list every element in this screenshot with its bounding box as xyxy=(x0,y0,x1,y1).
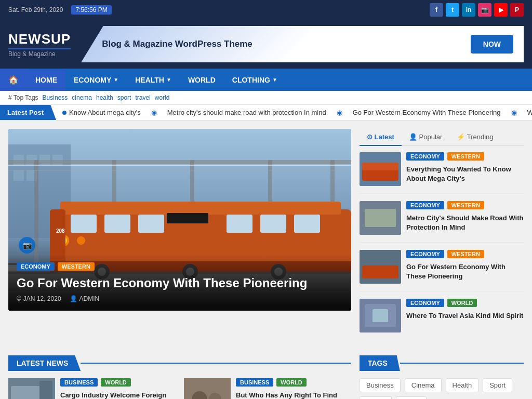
nav-item-economy[interactable]: ECONOMY ▼ xyxy=(65,70,127,90)
featured-image[interactable]: 208 📷 ECONOMY WESTERN Go xyxy=(8,129,351,311)
svg-rect-24 xyxy=(227,215,252,233)
camera-icon: 📷 xyxy=(19,237,35,254)
news-item-1: BUSINESS WORLD Cargo Industry Welcome Fo… xyxy=(8,378,176,399)
tag-btn-world[interactable]: World xyxy=(396,396,427,399)
svg-rect-45 xyxy=(365,209,396,227)
tags-bar: # Top Tags Business cinema health sport … xyxy=(0,91,532,105)
sidebar-title-1[interactable]: Everything You Wanted To Know About Mega… xyxy=(406,165,524,183)
sidebar-badge-western-1: WESTERN xyxy=(447,152,484,161)
tab-latest[interactable]: ⊙ Latest xyxy=(360,129,402,146)
news-item-2: BUSINESS WORLD But Who Has Any Right To … xyxy=(184,378,351,399)
facebook-icon[interactable]: f xyxy=(430,3,443,17)
tag-btn-health[interactable]: Health xyxy=(446,378,479,392)
youtube-icon[interactable]: ▶ xyxy=(494,3,508,17)
tag-cinema[interactable]: cinema xyxy=(72,94,92,101)
svg-rect-47 xyxy=(362,265,398,278)
sidebar-article-2: ECONOMY WESTERN Metro City's Should Make… xyxy=(360,201,524,243)
sidebar-badge-western-3: WESTERN xyxy=(447,250,484,258)
featured-overlay: ECONOMY WESTERN Go For Western Economy W… xyxy=(8,254,351,311)
sidebar-thumb-1 xyxy=(360,152,401,186)
ticker-item-1[interactable]: Know About mega city's xyxy=(62,109,141,116)
bottom-content: LATEST NEWS BUSINESS WORLD Cargo Industr… xyxy=(0,355,532,399)
nav-item-world[interactable]: WORLD xyxy=(180,70,224,90)
latest-news-header: LATEST NEWS xyxy=(8,355,351,371)
pinterest-icon[interactable]: P xyxy=(510,3,524,17)
date-display: Sat. Feb 29th, 2020 xyxy=(8,6,63,14)
sidebar-title-3[interactable]: Go For Western Economy With These Pionee… xyxy=(406,262,524,281)
svg-text:208: 208 xyxy=(56,228,65,234)
news-badges-1: BUSINESS WORLD xyxy=(60,378,176,387)
news-badge-business-1: BUSINESS xyxy=(60,378,98,387)
news-grid: BUSINESS WORLD Cargo Industry Welcome Fo… xyxy=(8,378,351,399)
news-thumb-2 xyxy=(184,378,231,399)
sidebar-article-content-1: ECONOMY WESTERN Everything You Wanted To… xyxy=(406,152,524,186)
news-badges-2: BUSINESS WORLD xyxy=(236,378,351,387)
badge-economy: ECONOMY xyxy=(17,262,55,271)
tags-section-line xyxy=(400,363,524,364)
banner-text: Blog & Magazine WordPress Theme xyxy=(91,39,252,49)
tag-btn-business[interactable]: Business xyxy=(360,378,401,392)
linkedin-icon[interactable]: in xyxy=(462,3,475,17)
svg-rect-23 xyxy=(167,213,208,223)
tab-trending[interactable]: ⚡ Trending xyxy=(449,129,500,146)
instagram-icon[interactable]: 📷 xyxy=(478,3,491,17)
tags-section: TAGS Business Cinema Health Sport Travel… xyxy=(360,355,524,399)
tag-btn-travel[interactable]: Travel xyxy=(360,396,392,399)
logo-subtitle: Blog & Magazine xyxy=(8,50,71,58)
sidebar-title-4[interactable]: Where To Travel Asia Kind Mid Spirit xyxy=(406,311,524,321)
latest-news-area: LATEST NEWS BUSINESS WORLD Cargo Industr… xyxy=(8,355,351,399)
svg-rect-26 xyxy=(294,215,320,233)
featured-title[interactable]: Go For Western Economy With These Pionee… xyxy=(17,275,343,291)
ticker-item-2[interactable]: Metro city's should make road with prote… xyxy=(167,109,326,116)
top-bar: Sat. Feb 29th, 2020 7:56:56 PM f t in 📷 … xyxy=(0,0,532,20)
sidebar-badges-1: ECONOMY WESTERN xyxy=(406,152,524,161)
news-title-1[interactable]: Cargo Industry Welcome Foreign Investmen… xyxy=(60,391,176,399)
latest-news-title: LATEST NEWS xyxy=(8,355,81,371)
svg-rect-6 xyxy=(14,170,24,181)
nav-item-clothing[interactable]: CLOTHING ▼ xyxy=(224,70,286,90)
latest-news-line xyxy=(81,363,351,364)
logo-area: NEWSUP Blog & Magazine xyxy=(8,31,71,58)
nav-item-health[interactable]: HEALTH ▼ xyxy=(127,70,180,90)
news-item-content-1: BUSINESS WORLD Cargo Industry Welcome Fo… xyxy=(60,378,176,399)
tag-btn-cinema[interactable]: Cinema xyxy=(405,378,442,392)
ticker-item-4[interactable]: Wh... xyxy=(527,109,532,116)
sidebar-article-content-4: ECONOMY WORLD Where To Travel Asia Kind … xyxy=(406,299,524,332)
news-title-2[interactable]: But Who Has Any Right To Find xyxy=(236,391,351,399)
sidebar: ⊙ Latest 👤 Popular ⚡ Trending ECONOMY WE… xyxy=(360,129,524,347)
tag-health[interactable]: health xyxy=(96,94,113,101)
svg-rect-19 xyxy=(60,202,341,215)
ticker-item-3[interactable]: Go For Western Economy With These Pionee… xyxy=(353,109,501,116)
svg-rect-8 xyxy=(8,160,351,164)
svg-rect-53 xyxy=(39,381,52,399)
sidebar-badge-economy-2: ECONOMY xyxy=(406,201,444,209)
time-display: 7:56:56 PM xyxy=(71,5,111,15)
logo-title[interactable]: NEWSUP xyxy=(8,31,71,49)
nav-home-icon[interactable]: 🏠 xyxy=(0,69,27,91)
tag-business[interactable]: Business xyxy=(43,94,68,101)
news-badge-business-2: BUSINESS xyxy=(236,378,273,387)
twitter-icon[interactable]: t xyxy=(446,3,459,17)
news-badge-world-2: WORLD xyxy=(276,378,307,387)
banner-button[interactable]: NOW xyxy=(471,35,513,54)
tags-section-header: TAGS xyxy=(360,355,524,371)
svg-rect-22 xyxy=(138,215,164,233)
nav-bar: 🏠 HOME ECONOMY ▼ HEALTH ▼ WORLD CLOTHING… xyxy=(0,69,532,91)
tag-btn-sport[interactable]: Sport xyxy=(483,378,512,392)
social-icons-bar: f t in 📷 ▶ P xyxy=(430,3,524,17)
news-card-2: BUSINESS WORLD But Who Has Any Right To … xyxy=(184,378,351,399)
tag-sport[interactable]: sport xyxy=(117,94,131,101)
sidebar-badge-economy-1: ECONOMY xyxy=(406,152,444,161)
tags-label: # Top Tags xyxy=(8,94,38,101)
featured-meta: © JAN 12, 2020 👤 ADMIN xyxy=(17,295,343,302)
sidebar-badge-economy-4: ECONOMY xyxy=(406,299,444,307)
tag-travel[interactable]: travel xyxy=(135,94,150,101)
news-badge-world-1: WORLD xyxy=(101,378,131,387)
tab-popular[interactable]: 👤 Popular xyxy=(402,129,449,146)
sidebar-title-2[interactable]: Metro City's Should Make Road With Prote… xyxy=(406,214,524,232)
news-card-1: BUSINESS WORLD Cargo Industry Welcome Fo… xyxy=(8,378,176,399)
ticker-dot-1 xyxy=(62,111,66,115)
svg-rect-25 xyxy=(260,215,286,233)
tag-world[interactable]: world xyxy=(155,94,170,101)
nav-item-home[interactable]: HOME xyxy=(27,70,65,90)
